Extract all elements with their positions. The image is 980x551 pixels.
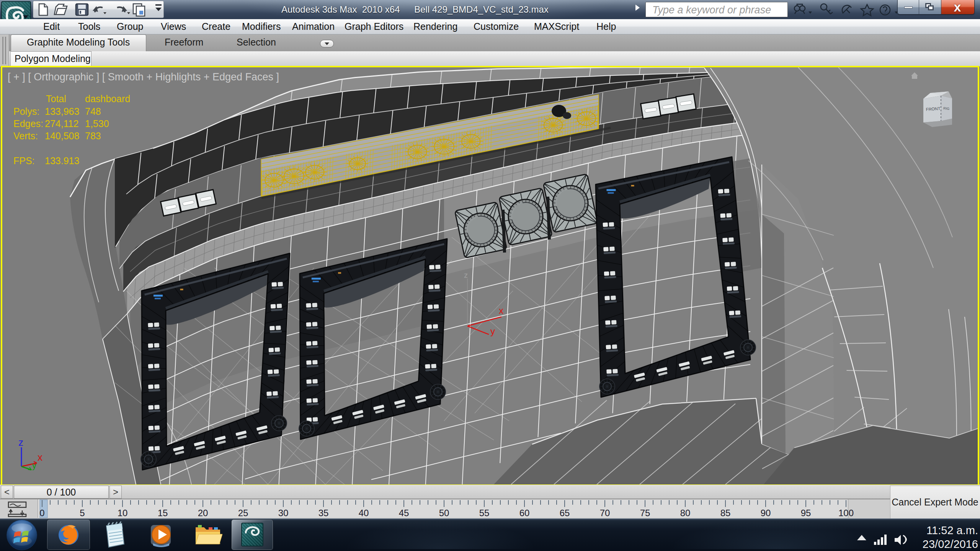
- svg-text:90: 90: [761, 508, 771, 518]
- svg-text:30: 30: [278, 508, 289, 518]
- svg-text:20: 20: [198, 508, 208, 518]
- svg-text:75: 75: [640, 508, 650, 518]
- svg-text:x: x: [38, 452, 42, 463]
- svg-text:0: 0: [39, 508, 44, 518]
- svg-text:65: 65: [560, 508, 570, 518]
- svg-text:z: z: [18, 437, 23, 448]
- svg-text:45: 45: [399, 508, 409, 518]
- svg-text:100: 100: [838, 508, 854, 518]
- svg-text:y: y: [490, 326, 495, 336]
- svg-text:y: y: [32, 461, 36, 470]
- svg-text:55: 55: [479, 508, 490, 518]
- svg-text:15: 15: [158, 508, 168, 518]
- svg-text:z: z: [464, 271, 468, 279]
- svg-text:10: 10: [118, 508, 128, 518]
- svg-text:50: 50: [439, 508, 449, 518]
- svg-text:80: 80: [680, 508, 691, 518]
- svg-text:35: 35: [318, 508, 329, 518]
- svg-text:70: 70: [600, 508, 610, 518]
- svg-text:95: 95: [801, 508, 811, 518]
- svg-text:5: 5: [80, 508, 85, 518]
- svg-text:RIG: RIG: [943, 106, 950, 111]
- svg-text:60: 60: [519, 508, 530, 518]
- svg-text:40: 40: [359, 508, 369, 518]
- svg-text:25: 25: [238, 508, 248, 518]
- svg-text:85: 85: [720, 508, 731, 518]
- svg-text:x: x: [499, 305, 503, 316]
